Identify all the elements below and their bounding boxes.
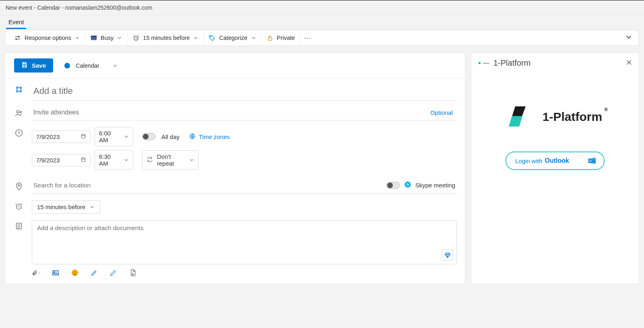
lock-open-icon (266, 34, 274, 42)
attendees-input[interactable] (33, 109, 430, 116)
svg-text:O: O (589, 159, 592, 163)
attendees-row: Optional (5, 102, 465, 122)
sliders-icon (14, 34, 21, 42)
repeat-icon (147, 156, 153, 164)
svg-point-17 (18, 185, 20, 187)
location-row: S Skype meeting (5, 175, 465, 195)
location-icon (14, 182, 24, 191)
emoji-button[interactable] (70, 268, 79, 277)
platform-logo: 1-Platform ® (508, 104, 602, 130)
reminder-selector[interactable]: 15 minutes before (32, 200, 100, 214)
svg-point-26 (75, 272, 76, 272)
highlight-button[interactable] (90, 268, 99, 277)
ribbon-expand-button[interactable] (623, 34, 635, 42)
panel-close-button[interactable] (625, 58, 633, 66)
alarm-icon (132, 34, 140, 42)
svg-point-24 (72, 270, 78, 276)
title-icon (14, 85, 24, 94)
calendar-label: Calendar (76, 62, 99, 69)
insert-file-button[interactable] (128, 268, 137, 277)
save-button[interactable]: Save (14, 58, 53, 73)
outlook-icon: O (588, 156, 597, 165)
chevron-down-icon (193, 35, 198, 41)
end-date-value: 7/9/2023 (36, 157, 60, 164)
datetime-row: 7/9/2023 6:00 AM All day Time zones (5, 122, 465, 175)
time-zones-link[interactable]: Time zones (189, 133, 230, 141)
panel-title: 1-Platform (493, 58, 530, 68)
svg-point-10 (20, 91, 22, 92)
calendar-icon (80, 157, 86, 164)
window-title-bar: New event - Calendar - nomanaslam252600@… (0, 0, 644, 15)
repeat-label: Don't repeat (157, 153, 185, 167)
categorize-label: Categorize (219, 35, 247, 41)
insert-image-button[interactable] (51, 268, 60, 277)
addin-side-panel: 1-Platform 1-Platform ® Login with Outlo… (471, 52, 639, 284)
calendar-color-dot (64, 63, 70, 69)
alarm-icon (14, 202, 24, 211)
tag-icon (208, 34, 216, 42)
location-input[interactable] (33, 182, 382, 189)
busy-icon (90, 34, 97, 42)
reminder-value: 15 minutes before (37, 203, 85, 210)
platform-logo-text: 1-Platform (543, 110, 602, 123)
save-row: Save Calendar (5, 53, 465, 79)
reminder-ribbon-button[interactable]: 15 minutes before (128, 32, 204, 44)
time-zones-label: Time zones (199, 133, 230, 140)
start-date-input[interactable]: 7/9/2023 (32, 131, 91, 143)
all-day-label: All day (161, 133, 180, 140)
login-brand: Outlook (545, 157, 569, 164)
event-title-input[interactable] (32, 83, 457, 101)
chevron-down-icon (124, 157, 129, 163)
ribbon: Response options Busy 15 minutes before … (5, 30, 639, 46)
end-time-value: 6:30 AM (99, 153, 120, 167)
svg-point-11 (17, 110, 19, 113)
busy-label: Busy (101, 35, 114, 41)
panel-header: 1-Platform (479, 58, 632, 68)
all-day-toggle[interactable] (142, 133, 156, 140)
editor-toolbar (21, 264, 465, 284)
start-time-input[interactable]: 6:00 AM (95, 127, 133, 146)
svg-point-0 (18, 36, 19, 37)
description-placeholder: Add a description or attach documents (37, 224, 144, 231)
save-label: Save (32, 62, 46, 69)
skype-label: Skype meeting (415, 182, 455, 189)
chevron-down-icon (124, 134, 129, 139)
description-input[interactable]: Add a description or attach documents (32, 220, 457, 264)
svg-rect-16 (81, 158, 85, 161)
login-with-outlook-button[interactable]: Login with Outlook O (506, 152, 605, 170)
attach-button[interactable] (32, 268, 41, 277)
more-options-button[interactable]: ··· (300, 32, 316, 44)
premium-diamond-button[interactable] (442, 249, 453, 261)
title-row (5, 79, 465, 102)
tab-event[interactable]: Event (6, 16, 26, 29)
window-title: New event - Calendar - nomanaslam252600@… (6, 4, 152, 11)
end-date-input[interactable]: 7/9/2023 (32, 154, 91, 166)
skype-icon: S (404, 181, 411, 189)
chevron-down-icon (251, 35, 256, 41)
svg-text:S: S (407, 182, 409, 187)
svg-rect-14 (81, 134, 85, 138)
clock-icon (14, 129, 24, 137)
optional-link[interactable]: Optional (430, 109, 455, 116)
private-button[interactable]: Private (262, 32, 300, 44)
show-as-busy-button[interactable]: Busy (85, 32, 128, 44)
svg-point-25 (73, 272, 74, 272)
description-row: Add a description or attach documents (5, 215, 465, 264)
svg-point-8 (20, 87, 22, 89)
draw-button[interactable] (109, 268, 118, 277)
calendar-icon (80, 133, 86, 140)
skype-toggle[interactable] (386, 182, 400, 189)
end-time-input[interactable]: 6:30 AM (95, 150, 133, 170)
svg-rect-3 (91, 36, 97, 37)
categorize-button[interactable]: Categorize (204, 32, 261, 44)
calendar-selector[interactable]: Calendar (64, 62, 118, 69)
chevron-down-icon (74, 35, 80, 41)
start-date-value: 7/9/2023 (36, 133, 60, 140)
addin-icon (479, 62, 489, 64)
response-options-button[interactable]: Response options (9, 32, 85, 44)
svg-rect-6 (268, 37, 272, 40)
start-time-value: 6:00 AM (99, 130, 120, 143)
svg-point-1 (16, 39, 17, 40)
repeat-selector[interactable]: Don't repeat (142, 150, 198, 170)
globe-icon (189, 133, 196, 141)
